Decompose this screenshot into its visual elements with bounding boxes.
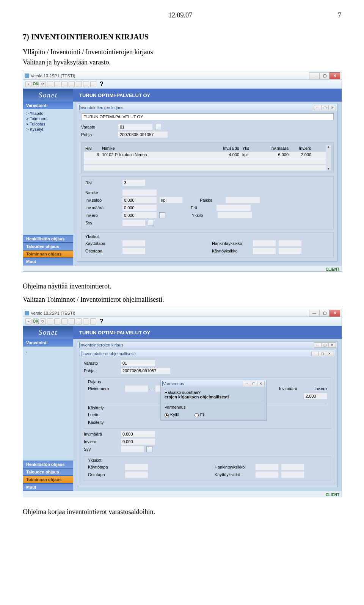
kayttoyksikko-input[interactable]: [256, 472, 278, 478]
toolbar-icon[interactable]: [83, 318, 89, 324]
table-row[interactable]: [84, 165, 326, 171]
sidebar-item-tulostus[interactable]: > Tulostus: [25, 121, 71, 127]
yksilo-input[interactable]: [218, 212, 252, 218]
child-close-button[interactable]: ✕: [328, 105, 336, 110]
sidebar-bottom-henkilosto[interactable]: Henkilöstön ohjaus: [23, 235, 73, 243]
rivinumero-from[interactable]: [125, 386, 148, 392]
lookup-icon[interactable]: [148, 220, 154, 226]
refresh-icon[interactable]: ⟳: [40, 81, 46, 87]
rivi-input[interactable]: 3: [122, 180, 145, 186]
hankintayksikko-value[interactable]: [281, 464, 304, 470]
toolbar-icon[interactable]: [61, 318, 67, 324]
syy-input[interactable]: [122, 220, 145, 226]
child-minimize-button[interactable]: —: [314, 105, 322, 110]
close-button[interactable]: ✕: [329, 72, 340, 79]
close-button[interactable]: ✕: [329, 310, 340, 317]
child-maximize-button[interactable]: ▢: [318, 351, 326, 356]
dialog-maximize-button[interactable]: ▢: [250, 381, 257, 386]
sidebar-item-kyselyt[interactable]: > Kyselyt: [25, 127, 71, 132]
era-input[interactable]: [217, 205, 251, 211]
lookup-icon[interactable]: [146, 446, 152, 452]
col-invero: Inv.ero: [290, 146, 313, 150]
col-nimike: Nimike: [100, 146, 207, 150]
sidebar-bottom-muut[interactable]: Muut: [23, 483, 73, 491]
invmaara-input[interactable]: 0.000: [122, 205, 157, 211]
toolbar-icon[interactable]: [76, 318, 82, 324]
kayttoyksikko-value[interactable]: [279, 248, 301, 254]
hankintayksikko-input[interactable]: [253, 240, 276, 246]
sidebar-section[interactable]: Varastointi: [23, 102, 73, 109]
invero-input[interactable]: 0.000: [121, 439, 155, 445]
dialog-question: Haluatko suorittaa?: [165, 390, 262, 395]
child-close-button[interactable]: ✕: [328, 342, 336, 348]
pohja-input[interactable]: 20070808-091057: [121, 368, 170, 374]
help-icon[interactable]: ?: [100, 81, 104, 88]
varasto-input[interactable]: 01: [118, 124, 152, 130]
maximize-button[interactable]: ▢: [319, 72, 330, 79]
child-maximize-button[interactable]: ▢: [321, 342, 329, 348]
hankintayksikko-value[interactable]: [279, 240, 301, 246]
invmaara-input[interactable]: 0.000: [121, 431, 155, 437]
back-icon[interactable]: «: [25, 318, 31, 324]
sidebar-item-toiminnot[interactable]: > Toiminnot: [25, 116, 71, 121]
dialog-close-button[interactable]: ✕: [257, 381, 265, 386]
toolbar-icon[interactable]: [76, 81, 82, 87]
pohja-input[interactable]: 20070808-091057: [118, 132, 168, 138]
syy-input[interactable]: [121, 446, 144, 452]
sidebar-bottom-toiminnan[interactable]: Toiminnan ohjaus: [23, 250, 73, 258]
minimize-button[interactable]: —: [309, 72, 320, 79]
invero-input[interactable]: 0.000: [122, 212, 157, 218]
back-icon[interactable]: «: [25, 81, 31, 87]
dialog-minimize-button[interactable]: —: [243, 381, 250, 386]
minimize-button[interactable]: —: [309, 310, 320, 317]
child-minimize-button[interactable]: —: [311, 351, 319, 356]
child-close-button[interactable]: ✕: [326, 351, 333, 356]
maximize-button[interactable]: ▢: [319, 310, 330, 317]
toolbar-icon[interactable]: [69, 81, 75, 87]
col-invsaldo: Inv.saldo: [207, 146, 241, 150]
help-icon[interactable]: ?: [100, 318, 104, 325]
ok-button[interactable]: OK: [33, 81, 39, 87]
toolbar-icon[interactable]: [47, 318, 53, 324]
toolbar-icon[interactable]: [47, 81, 53, 87]
sidebar-bottom-toiminnan[interactable]: Toiminnan ohjaus: [23, 476, 73, 483]
toolbar-icon[interactable]: [90, 81, 96, 87]
lookup-icon[interactable]: [155, 124, 161, 130]
kayttoyksikko-value[interactable]: [281, 472, 304, 478]
toolbar-icon[interactable]: [69, 318, 75, 324]
radio-no[interactable]: Ei: [195, 412, 204, 417]
radio-yes[interactable]: Kyllä: [165, 412, 179, 417]
toolbar-icon[interactable]: [54, 81, 60, 87]
ostotapa-input[interactable]: [125, 472, 148, 478]
toolbar-icon[interactable]: [83, 81, 89, 87]
refresh-icon[interactable]: ⟳: [40, 318, 46, 324]
sidebar-item-yllapito[interactable]: > Ylläpito: [25, 111, 71, 116]
sidebar-bottom-henkilosto[interactable]: Henkilöstön ohjaus: [23, 461, 73, 468]
lookup-icon[interactable]: [159, 212, 165, 218]
kayttotapa-input[interactable]: [125, 464, 148, 470]
sidebar-bottom-talouden[interactable]: Talouden ohjaus: [23, 468, 73, 476]
sidebar-section[interactable]: Varastointi: [23, 339, 73, 346]
sidebar-bottom-muut[interactable]: Muut: [23, 258, 73, 265]
kayttoyksikko-input[interactable]: [253, 248, 276, 254]
table-row[interactable]: 3 10102 Pilkkutuoli Nenna 4.000 kpl 6.00…: [84, 152, 326, 158]
child-minimize-button[interactable]: —: [314, 342, 322, 348]
ostotapa-input[interactable]: [122, 248, 145, 254]
sidebar-item[interactable]: ,: [25, 348, 71, 353]
scrollbar[interactable]: ▴▾: [326, 145, 331, 171]
table-row[interactable]: [84, 158, 326, 164]
ok-button[interactable]: OK: [33, 318, 39, 324]
nimike-input[interactable]: [122, 190, 157, 196]
varasto-input[interactable]: 01: [121, 360, 155, 366]
kayttotapa-input[interactable]: [122, 240, 145, 246]
app-icon: [25, 311, 29, 315]
yksilo-label: Yksilö: [192, 213, 215, 218]
child-maximize-button[interactable]: ▢: [321, 105, 329, 110]
toolbar-icon[interactable]: [61, 81, 67, 87]
invsaldo-input[interactable]: 0.000: [122, 197, 157, 203]
paikka-input[interactable]: [226, 197, 260, 203]
hankintayksikko-input[interactable]: [256, 464, 278, 470]
sidebar-bottom-talouden[interactable]: Talouden ohjaus: [23, 243, 73, 250]
toolbar-icon[interactable]: [54, 318, 60, 324]
toolbar-icon[interactable]: [90, 318, 96, 324]
